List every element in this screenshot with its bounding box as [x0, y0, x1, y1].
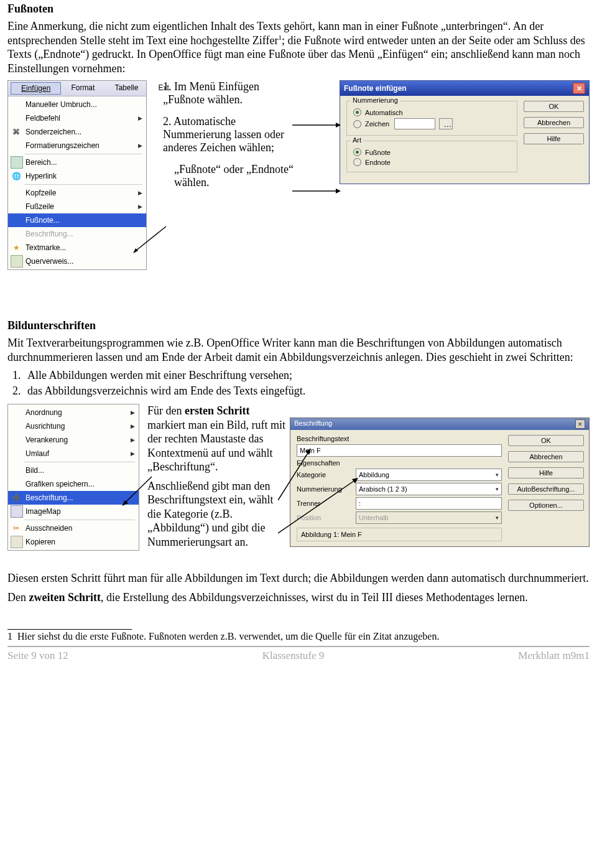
caption-dialog: Beschriftung✕ Beschriftungstext Mein F E… [290, 418, 590, 547]
intro-paragraph: Eine Anmerkung, die nicht zum eigentlich… [7, 19, 590, 75]
optionen-button[interactable]: Optionen... [508, 500, 584, 511]
caption-icon: ➕ [11, 492, 22, 503]
submenu-arrow-icon: ▶ [138, 115, 142, 121]
radio-fussnote[interactable]: Fußnote [353, 148, 511, 156]
group-label: Nummerierung [351, 96, 400, 104]
radio-icon [353, 120, 361, 128]
image-context-menu: Anordnung▶ Ausrichtung▶ Verankerung▶ Uml… [7, 404, 139, 551]
section-icon [11, 156, 23, 169]
ctx-umlauf[interactable]: Umlauf▶ [8, 447, 139, 460]
help-button[interactable]: Hilfe [508, 467, 584, 478]
radio-automatisch[interactable]: Automatisch [353, 108, 511, 116]
menu-item-kopfzeile[interactable]: Kopfzeile▶ [8, 186, 146, 200]
radio-icon [353, 108, 361, 116]
ok-button[interactable]: OK [508, 435, 584, 446]
step1-text: Für den ersten Schritt markiert man ein … [147, 404, 287, 474]
caption-text-input[interactable]: Mein F [297, 444, 502, 457]
crossref-icon [11, 255, 23, 268]
dialog-titlebar: Beschriftung✕ [290, 418, 589, 430]
after-paragraph-1: Diesen ersten Schritt führt man für alle… [7, 571, 590, 586]
close-icon[interactable]: ✕ [575, 419, 585, 429]
footnote-insert-dialog: Fußnote einfügen ✕ Nummerierung Automati… [340, 80, 590, 184]
radio-endnote[interactable]: Endnote [353, 158, 511, 166]
footnote-text: 1 Hier siehst du die erste Fußnote. Fußn… [7, 631, 590, 642]
menubar-einfuegen[interactable]: Einfügen [11, 82, 61, 95]
pointer-arrow [292, 185, 342, 197]
menu-separator [24, 184, 142, 185]
autobeschriftung-button[interactable]: AutoBeschriftung... [508, 483, 584, 495]
footer-rule [7, 646, 590, 647]
insert-menu-panel: Einfügen Format Tabelle Ext Manueller Um… [7, 80, 147, 270]
submenu-arrow-icon: ▶ [131, 423, 135, 429]
caption-preview: Abbildung 1: Mein F [297, 528, 502, 541]
label-eigenschaften: Eigenschaften [297, 459, 502, 467]
ctx-ausrichtung[interactable]: Ausrichtung▶ [8, 419, 139, 433]
menu-item-beschriftung: Beschriftung... [8, 227, 146, 241]
menu-separator [24, 154, 142, 154]
ctx-imagemap[interactable]: ImageMap [8, 505, 139, 518]
ctx-beschriftung[interactable]: ➕Beschriftung... [8, 491, 139, 505]
footer-left: Seite 9 von 12 [7, 650, 68, 662]
ctx-ausschneiden[interactable]: ✂Ausschneiden [8, 521, 139, 535]
menu-item-querverweis[interactable]: Querverweis... [8, 254, 146, 268]
label-kategorie: Kategorie [297, 471, 356, 478]
submenu-arrow-icon: ▶ [131, 409, 135, 416]
menu-item-formatzeichen[interactable]: Formatierungszeichen▶ [8, 139, 146, 152]
cancel-button[interactable]: Abbrechen [508, 451, 584, 462]
menubar-format[interactable]: Format [61, 82, 104, 95]
label-trenner: Trenner [297, 500, 356, 507]
dialog-title-text: Fußnote einfügen [344, 84, 407, 93]
ctx-kopieren[interactable]: Kopieren [8, 535, 139, 549]
after-paragraph-2: Den zweiten Schritt, die Erstellung des … [7, 590, 590, 605]
menu-item-umbruch[interactable]: Manueller Umbruch... [8, 98, 146, 111]
command-icon: ⌘ [11, 126, 22, 138]
page-footer: Seite 9 von 12 Klassenstufe 9 Merkblatt … [7, 650, 590, 666]
radio-icon [353, 158, 361, 166]
dialog-titlebar: Fußnote einfügen ✕ [340, 81, 589, 96]
submenu-arrow-icon: ▶ [138, 203, 142, 210]
trenner-input[interactable]: : [356, 497, 502, 510]
group-nummerierung: Nummerierung Automatisch Zeichen… [346, 101, 517, 136]
pointer-arrow [292, 119, 342, 131]
menu-separator [24, 520, 135, 520]
globe-icon: 🌐 [11, 170, 22, 182]
ctx-bild[interactable]: Bild... [8, 464, 139, 477]
position-dropdown: Unterhalb [356, 511, 502, 524]
bold-zweiten-schritt: zweiten Schritt [29, 591, 101, 604]
close-icon[interactable]: ✕ [573, 83, 585, 94]
step1b-text: Anschließend gibt man den Beschriftungst… [147, 479, 287, 549]
ctx-grafik-speichern[interactable]: Grafiken speichern... [8, 477, 139, 491]
menu-item-feldbefehl[interactable]: Feldbefehl▶ [8, 111, 146, 125]
browse-button[interactable]: … [439, 118, 453, 129]
menu-item-bereich[interactable]: Bereich... [8, 156, 146, 169]
menu-item-fusszeile[interactable]: Fußzeile▶ [8, 200, 146, 213]
bold-ersten-schritt: ersten Schritt [185, 404, 249, 417]
instruction-2b: „Fußnote“ oder „Endnote“ wählen. [174, 163, 294, 189]
group-art: Art Fußnote Endnote [346, 141, 517, 172]
cancel-button[interactable]: Abbrechen [524, 117, 584, 128]
instruction-1: 1. Im Menü Einfügen „Fußnote wählen. [163, 80, 294, 106]
menu-bar: Einfügen Format Tabelle Ext [8, 81, 146, 96]
kategorie-dropdown[interactable]: Abbildung [356, 469, 502, 481]
menu-item-textmarke[interactable]: ★Textmarke... [8, 241, 146, 254]
ok-button[interactable]: OK [524, 101, 584, 112]
heading-fussnoten: Fußnoten [7, 2, 590, 16]
imagemap-icon [11, 505, 23, 518]
help-button[interactable]: Hilfe [524, 133, 584, 144]
radio-zeichen[interactable]: Zeichen… [353, 118, 511, 129]
label-nummerierung: Nummerierung [297, 485, 356, 493]
ctx-verankerung[interactable]: Verankerung▶ [8, 433, 139, 447]
nummerierung-dropdown[interactable]: Arabisch (1 2 3) [356, 483, 502, 495]
footer-center: Klassenstufe 9 [68, 650, 519, 662]
ctx-anordnung[interactable]: Anordnung▶ [8, 406, 139, 419]
footer-right: Merkblatt m9m1 [518, 650, 590, 662]
menubar-tabelle[interactable]: Tabelle [104, 82, 148, 95]
zeichen-input[interactable] [394, 118, 435, 129]
menu-item-hyperlink[interactable]: 🌐Hyperlink [8, 169, 146, 183]
label-beschriftungstext: Beschriftungstext [297, 435, 502, 442]
menu-item-fussnote[interactable]: Fußnote... [8, 213, 146, 227]
bookmark-icon: ★ [11, 242, 22, 253]
steps-list: Alle Abbildungen werden mit einer Beschr… [24, 369, 590, 398]
menu-item-sonderzeichen[interactable]: ⌘Sonderzeichen... [8, 125, 146, 139]
submenu-arrow-icon: ▶ [131, 450, 135, 457]
